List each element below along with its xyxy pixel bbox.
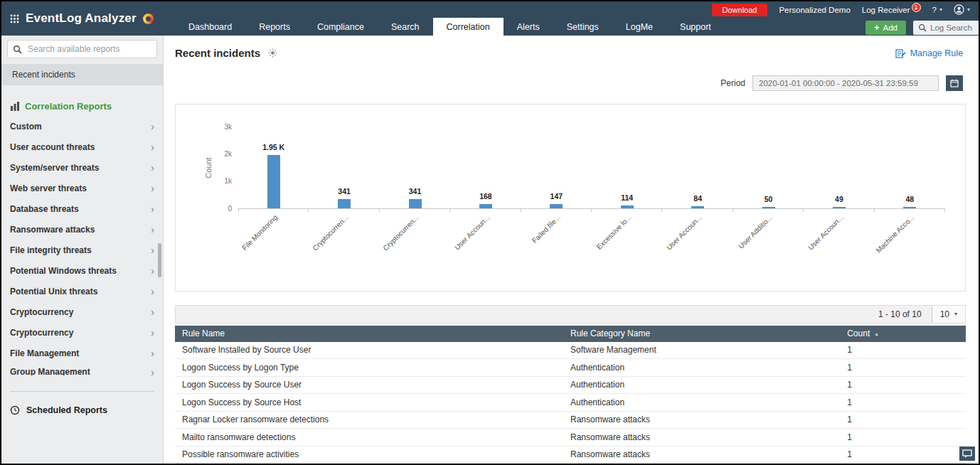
caret-down-icon: ▾: [967, 6, 970, 13]
app-logo[interactable]: EventLog Analyzer: [26, 11, 137, 26]
sidebar-item-database-threats[interactable]: Database threats›: [1, 198, 163, 219]
bar-value-label: 168: [450, 192, 521, 201]
header-utility-bar: Download Personalized Demo Log Receiver …: [164, 1, 979, 18]
chevron-right-icon: ›: [151, 183, 154, 194]
download-button[interactable]: Download: [712, 4, 768, 16]
caret-down-icon: ▾: [939, 6, 942, 13]
table-row[interactable]: Logon Success by Source HostAuthenticati…: [175, 394, 966, 412]
bar: [621, 205, 634, 208]
header-quick-actions: + Add: [866, 19, 979, 36]
bar-column[interactable]: 341Cryptocurren...: [380, 127, 450, 208]
add-button[interactable]: + Add: [866, 21, 906, 35]
table-row[interactable]: Ragnar Locker ransomware detectionsRanso…: [175, 412, 966, 429]
tab-support[interactable]: Support: [666, 18, 725, 36]
table-row[interactable]: Logon Success by Logon TypeAuthenticatio…: [175, 359, 966, 377]
bar: [833, 207, 846, 208]
feedback-button[interactable]: [959, 447, 975, 461]
page-title: Recent incidents: [175, 47, 260, 59]
column-header-rule-name[interactable]: Rule Name: [175, 328, 570, 338]
manage-rule-link[interactable]: Manage Rule: [895, 48, 963, 58]
personalized-demo-link[interactable]: Personalized Demo: [779, 6, 850, 14]
sidebar-item-cut[interactable]: Group Management ›: [1, 363, 163, 375]
caret-down-icon: ▾: [954, 311, 957, 317]
bar-column[interactable]: 168User Accoun...: [450, 127, 521, 208]
bar: [338, 199, 351, 208]
sidebar-item-system-server-threats[interactable]: System/server threats›: [1, 157, 163, 178]
bar-value-label: 341: [380, 187, 450, 196]
sidebar-item-custom[interactable]: Custom›: [1, 116, 163, 137]
tab-compliance[interactable]: Compliance: [304, 18, 378, 36]
bar-column[interactable]: 48Machine Acco...: [875, 127, 945, 208]
sidebar-item-recent-incidents[interactable]: Recent incidents: [1, 64, 163, 85]
help-icon: ?: [932, 6, 937, 14]
bar-column[interactable]: 49User Accoun...: [804, 127, 874, 208]
sidebar-scrollbar-thumb[interactable]: [158, 243, 161, 277]
sidebar-item-cryptocurrency[interactable]: Cryptocurrency›: [1, 301, 163, 322]
bar-column[interactable]: 341Cryptocurren...: [309, 127, 379, 208]
sidebar-item-ransomware-attacks[interactable]: Ransomware attacks›: [1, 219, 163, 240]
calendar-button[interactable]: [946, 75, 963, 91]
help-menu[interactable]: ? ▾: [932, 6, 942, 14]
x-axis-label: Machine Acco...: [874, 213, 915, 255]
user-icon: [954, 4, 964, 15]
bar: [479, 204, 492, 208]
log-receiver-link[interactable]: Log Receiver 1: [862, 6, 921, 14]
tab-logme[interactable]: LogMe: [612, 18, 666, 36]
chevron-right-icon: ›: [151, 348, 154, 359]
tab-reports[interactable]: Reports: [245, 18, 304, 36]
apps-grid-icon[interactable]: [10, 14, 19, 23]
bar-column[interactable]: 50User Additio...: [733, 127, 804, 208]
tab-dashboard[interactable]: Dashboard: [175, 18, 245, 36]
log-search-box: [913, 21, 980, 35]
bar-column[interactable]: 114Excessive lo...: [592, 127, 662, 208]
app-header: EventLog Analyzer Download Personalized …: [1, 1, 979, 36]
chevron-right-icon: ›: [151, 306, 154, 318]
tab-settings[interactable]: Settings: [553, 18, 612, 36]
table-row[interactable]: Mailto ransomware detectionsRansomware a…: [175, 429, 966, 447]
main-nav-tabs: DashboardReportsComplianceSearchCorrelat…: [164, 18, 979, 36]
log-search-input[interactable]: [930, 23, 980, 32]
sidebar-item-file-integrity-threats[interactable]: File integrity threats›: [1, 240, 163, 260]
period-range-input[interactable]: [752, 75, 939, 91]
bar-column[interactable]: 147Failed file...: [521, 127, 592, 208]
user-menu[interactable]: ▾: [954, 4, 970, 15]
feedback-chat-icon: [962, 449, 972, 459]
sidebar-item-potential-windows-threats[interactable]: Potential Windows threats›: [1, 260, 163, 281]
table-row[interactable]: Software Installed by Source UserSoftwar…: [175, 342, 966, 360]
page-size-dropdown[interactable]: 10 ▾: [932, 306, 965, 323]
tab-correlation[interactable]: Correlation: [433, 18, 504, 36]
x-axis-label: User Accoun...: [453, 213, 491, 252]
tab-alerts[interactable]: Alerts: [504, 18, 553, 36]
report-search-input[interactable]: [7, 40, 157, 58]
bar: [550, 204, 563, 208]
search-icon: [13, 44, 22, 57]
column-header-rule-category[interactable]: Rule Category Name: [570, 328, 847, 338]
main-content: Recent incidents Manage Rule Period: [164, 36, 979, 464]
table-body: Software Installed by Source UserSoftwar…: [175, 342, 966, 464]
bar: [267, 155, 280, 208]
sidebar-item-user-account-threats[interactable]: User account threats›: [1, 137, 163, 157]
incidents-bar-chart: Count 01k2k3k 1.95 KFile Monitoring341Cr…: [175, 104, 966, 292]
table-row[interactable]: Possible ransomware activitiesRansomware…: [175, 447, 966, 464]
bar-column[interactable]: 1.95 KFile Monitoring: [238, 127, 309, 208]
sidebar-item-web-server-threats[interactable]: Web server threats›: [1, 178, 163, 198]
bar-column[interactable]: 84User Accoun...: [662, 127, 733, 208]
table-header-row: Rule Name Rule Category Name Count ▲: [175, 326, 966, 342]
bar: [903, 207, 916, 208]
correlation-reports-header: Correlation Reports: [10, 101, 154, 112]
log-receiver-badge: 1: [912, 3, 921, 12]
sidebar-item-potential-unix-threats[interactable]: Potential Unix threats›: [1, 281, 163, 301]
sidebar-item-cryptocurrency[interactable]: Cryptocurrency›: [1, 322, 163, 343]
x-axis-label: Failed file...: [531, 213, 562, 245]
bar-value-label: 147: [521, 192, 592, 201]
tab-search[interactable]: Search: [378, 18, 433, 36]
table-row[interactable]: Logon Success by Source UserAuthenticati…: [175, 377, 966, 395]
sidebar-item-file-management[interactable]: File Management›: [1, 343, 163, 363]
x-axis-label: File Monitoring: [240, 213, 279, 252]
column-header-count[interactable]: Count ▲: [847, 328, 966, 338]
scheduled-reports-button[interactable]: Scheduled Reports: [1, 402, 163, 419]
sun-icon[interactable]: [268, 48, 277, 58]
chevron-right-icon: ›: [151, 327, 154, 338]
page-body: Recent incidents Correlation Reports Cus…: [1, 36, 979, 464]
chevron-right-icon: ›: [151, 265, 154, 277]
